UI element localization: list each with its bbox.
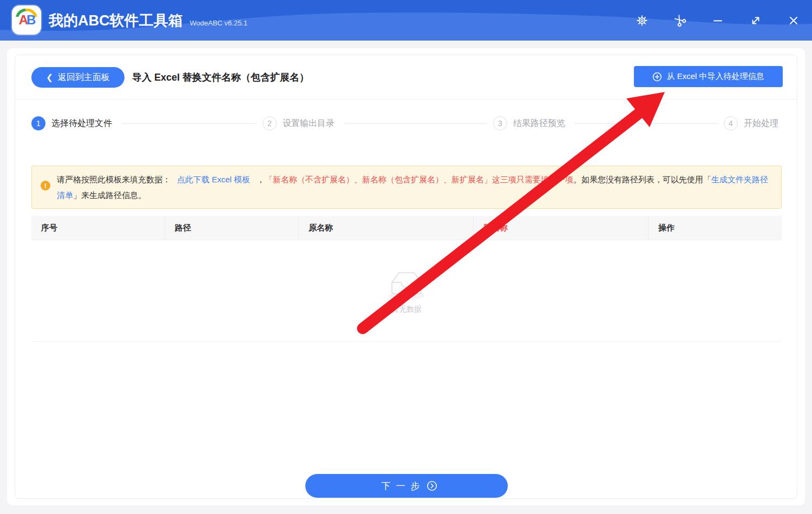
next-step-label: 下一步 <box>382 480 425 492</box>
column-header-index: 序号 <box>31 216 165 240</box>
step-1-label: 选择待处理文件 <box>51 118 112 129</box>
close-icon[interactable] <box>787 14 801 28</box>
scissors-screenshot-icon[interactable] <box>673 14 687 28</box>
bracket-close: 」 <box>73 190 81 200</box>
empty-inbox-icon <box>385 268 428 301</box>
notice-text-2: 。如果您没有路径列表，可以先使用 <box>573 175 703 184</box>
file-table-header: 序号 路径 原名称 新名称 操作 <box>31 216 782 240</box>
titlebar-controls <box>635 0 801 41</box>
logo-letter-b: B <box>27 12 34 28</box>
warning-exclamation-icon: ! <box>41 181 50 190</box>
import-button-label: 从 Excel 中导入待处理信息 <box>666 71 764 82</box>
notice-comma: ， <box>257 175 265 184</box>
next-step-button[interactable]: 下一步 <box>305 474 508 498</box>
step-1-select-files: 1 选择待处理文件 <box>31 116 112 130</box>
bracket-open: 「 <box>703 175 711 184</box>
notice-text-1: 请严格按照此模板来填充数据： <box>57 175 171 184</box>
content-card: ❮ 返回到主面板 导入 Excel 替换文件名称（包含扩展名） 从 Excel … <box>15 55 797 499</box>
logo-letter-a: A <box>19 12 27 28</box>
app-version: WodeABC v6.25.1 <box>190 19 248 27</box>
chevron-left-icon: ❮ <box>46 73 53 82</box>
notice-red-requirement: 「新名称（不含扩展名）、新名称（包含扩展名）、新扩展名」这三项只需要填充一项 <box>265 175 573 184</box>
page-title: 导入 Excel 替换文件名称（包含扩展名） <box>132 55 309 99</box>
column-header-path: 路径 <box>165 216 298 240</box>
step-connector <box>121 123 257 124</box>
import-from-excel-button[interactable]: 从 Excel 中导入待处理信息 <box>634 66 783 87</box>
step-2-number: 2 <box>263 116 277 130</box>
app-title: 我的ABC软件工具箱 <box>49 11 183 30</box>
maximize-icon[interactable] <box>749 14 763 28</box>
step-3-label: 结果路径预览 <box>513 118 565 129</box>
titlebar: A B 我的ABC软件工具箱 WodeABC v6.25.1 <box>0 0 812 41</box>
step-connector <box>575 123 718 124</box>
column-header-original-name: 原名称 <box>298 216 473 240</box>
step-1-number: 1 <box>31 116 45 130</box>
template-notice-banner: ! 请严格按照此模板来填充数据：点此下载 Excel 模板，「新名称（不含扩展名… <box>31 166 782 209</box>
plus-circle-icon <box>652 72 662 82</box>
column-header-new-name: 新名称 <box>473 216 648 240</box>
download-excel-template-link[interactable]: 点此下载 Excel 模板 <box>177 175 250 184</box>
app-logo: A B <box>12 5 41 35</box>
step-2-label: 设置输出目录 <box>283 118 335 129</box>
step-4-number: 4 <box>724 116 738 130</box>
table-empty-state: 暂无数据 <box>31 240 782 342</box>
step-connector <box>344 123 487 124</box>
step-3-result-preview: 3 结果路径预览 <box>493 116 565 130</box>
step-2-output-directory: 2 设置输出目录 <box>263 116 335 130</box>
notice-text-3: 来生成路径信息。 <box>81 190 146 200</box>
header-divider <box>15 99 797 100</box>
back-button-label: 返回到主面板 <box>58 72 110 83</box>
step-4-label: 开始处理 <box>744 118 778 129</box>
back-to-dashboard-button[interactable]: ❮ 返回到主面板 <box>31 67 125 88</box>
minimize-icon[interactable] <box>711 14 725 28</box>
step-4-start-processing: 4 开始处理 <box>724 116 778 130</box>
arrow-right-circle-icon <box>427 480 437 491</box>
step-3-number: 3 <box>493 116 507 130</box>
app-window: A B 我的ABC软件工具箱 WodeABC v6.25.1 <box>0 0 812 514</box>
column-header-actions: 操作 <box>648 216 782 240</box>
empty-state-label: 暂无数据 <box>391 305 422 314</box>
settings-gear-icon[interactable] <box>635 14 649 28</box>
